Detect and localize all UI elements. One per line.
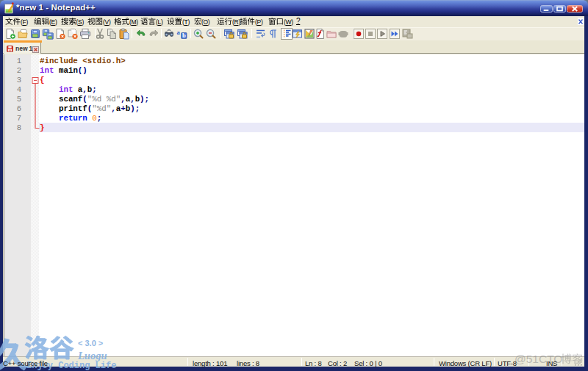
svg-text:b: b (182, 32, 186, 39)
svg-text:a: a (176, 29, 180, 36)
